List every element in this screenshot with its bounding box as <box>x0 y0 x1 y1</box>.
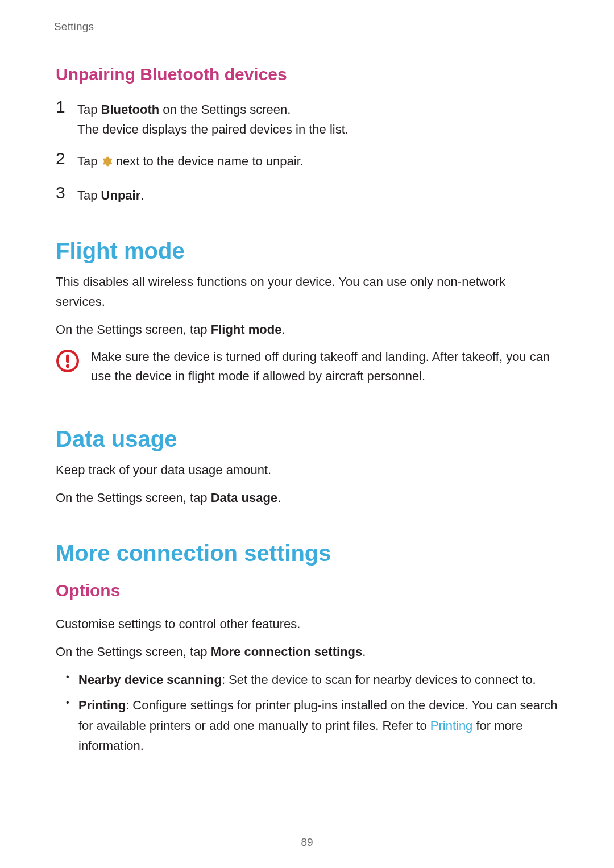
text: . <box>281 322 285 337</box>
text: . <box>140 188 144 202</box>
paragraph: This disables all wireless functions on … <box>56 272 558 312</box>
bold-data-usage: Data usage <box>211 491 277 505</box>
step-number: 1 <box>56 98 77 115</box>
paragraph: On the Settings screen, tap Flight mode. <box>56 319 558 339</box>
page-content: Settings Unpairing Bluetooth devices 1 T… <box>0 0 614 755</box>
svg-rect-1 <box>66 355 69 363</box>
step-3: 3 Tap Unpair. <box>56 184 558 205</box>
text: . <box>277 491 281 505</box>
bold-unpair: Unpair <box>101 188 141 202</box>
paragraph: Keep track of your data usage amount. <box>56 460 558 480</box>
step-number: 2 <box>56 149 77 167</box>
heading-unpairing: Unpairing Bluetooth devices <box>56 65 558 84</box>
caution-icon <box>56 347 80 375</box>
bold-bluetooth: Bluetooth <box>101 102 160 117</box>
text: Tap <box>77 102 101 117</box>
paragraph: Customise settings to control other feat… <box>56 614 558 634</box>
bold-printing: Printing <box>78 698 126 712</box>
list-item: Nearby device scanning: Set the device t… <box>78 670 558 690</box>
text: On the Settings screen, tap <box>56 491 211 505</box>
link-printing[interactable]: Printing <box>430 719 473 733</box>
caution-text: Make sure the device is turned off durin… <box>91 347 558 386</box>
list-item: Printing: Configure settings for printer… <box>78 695 558 755</box>
bold-flight-mode: Flight mode <box>211 322 282 337</box>
heading-data-usage: Data usage <box>56 426 558 452</box>
page-number: 89 <box>0 836 614 849</box>
text: Tap <box>77 154 101 168</box>
step-body: Tap Bluetooth on the Settings screen. Th… <box>77 98 349 139</box>
step-body: Tap next to the device name to unpair. <box>77 149 304 173</box>
text: On the Settings screen, tap <box>56 322 211 337</box>
step-1: 1 Tap Bluetooth on the Settings screen. … <box>56 98 558 139</box>
header-rule <box>48 3 48 33</box>
step-2: 2 Tap next to the device name to unpair. <box>56 149 558 173</box>
bold-more-connection: More connection settings <box>211 645 362 659</box>
header-section-label: Settings <box>54 20 558 33</box>
paragraph: On the Settings screen, tap More connect… <box>56 642 558 662</box>
text: . <box>362 645 366 659</box>
step-body: Tap Unpair. <box>77 184 144 205</box>
text: Tap <box>77 188 101 202</box>
text: next to the device name to unpair. <box>113 154 304 168</box>
gear-icon <box>101 153 113 173</box>
heading-flight-mode: Flight mode <box>56 238 558 264</box>
text: The device displays the paired devices i… <box>77 122 349 136</box>
paragraph: On the Settings screen, tap Data usage. <box>56 488 558 508</box>
options-list: Nearby device scanning: Set the device t… <box>56 670 558 755</box>
bold-nearby-scanning: Nearby device scanning <box>78 672 222 687</box>
heading-options: Options <box>56 581 558 600</box>
text: on the Settings screen. <box>159 102 291 117</box>
heading-more-connection: More connection settings <box>56 541 558 566</box>
caution-notice: Make sure the device is turned off durin… <box>56 347 558 386</box>
step-number: 3 <box>56 184 77 201</box>
svg-point-2 <box>66 364 69 368</box>
text: On the Settings screen, tap <box>56 645 211 659</box>
text: : Set the device to scan for nearby devi… <box>222 672 536 687</box>
